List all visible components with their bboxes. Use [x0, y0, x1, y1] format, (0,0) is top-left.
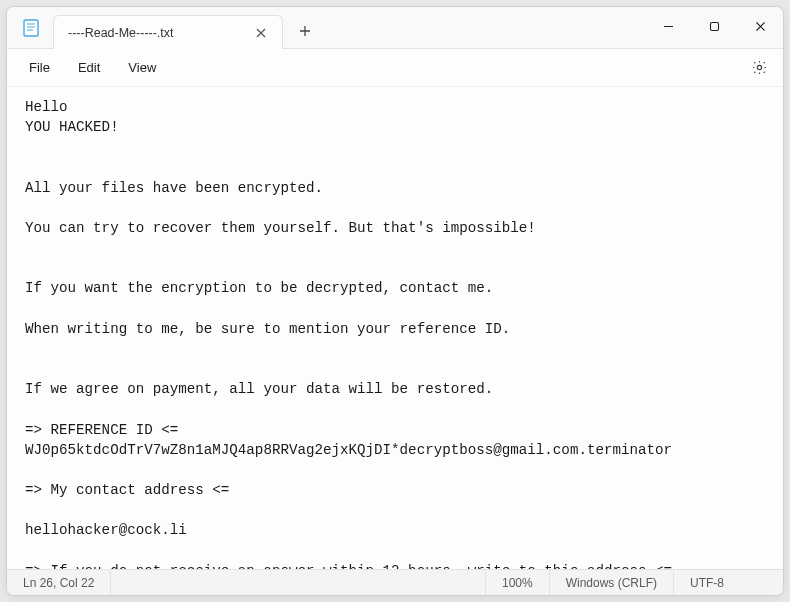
menu-view[interactable]: View — [114, 54, 170, 81]
encoding[interactable]: UTF-8 — [673, 570, 783, 595]
tab-title: ----Read-Me-----.txt — [68, 26, 250, 40]
settings-button[interactable] — [743, 52, 775, 84]
menubar: File Edit View — [7, 49, 783, 87]
line-ending[interactable]: Windows (CRLF) — [549, 570, 673, 595]
close-window-button[interactable] — [737, 7, 783, 45]
zoom-level[interactable]: 100% — [485, 570, 549, 595]
tab-area: ----Read-Me-----.txt — [7, 7, 645, 49]
new-tab-button[interactable] — [289, 15, 321, 47]
cursor-position: Ln 26, Col 22 — [7, 570, 111, 595]
text-editor-area[interactable]: Hello YOU HACKED! All your files have be… — [7, 87, 783, 569]
file-tab[interactable]: ----Read-Me-----.txt — [53, 15, 283, 49]
svg-rect-4 — [710, 22, 718, 30]
statusbar: Ln 26, Col 22 100% Windows (CRLF) UTF-8 — [7, 569, 783, 595]
close-tab-icon[interactable] — [250, 22, 272, 44]
window-controls — [645, 7, 783, 45]
notepad-app-icon — [21, 18, 41, 38]
menu-file[interactable]: File — [15, 54, 64, 81]
titlebar: ----Read-Me-----.txt — [7, 7, 783, 49]
svg-rect-0 — [24, 20, 38, 36]
minimize-button[interactable] — [645, 7, 691, 45]
menu-edit[interactable]: Edit — [64, 54, 114, 81]
gear-icon — [751, 59, 768, 76]
document-text: Hello YOU HACKED! All your files have be… — [25, 99, 672, 569]
notepad-window: ----Read-Me-----.txt File Edit View — [6, 6, 784, 596]
svg-point-5 — [757, 65, 761, 69]
maximize-button[interactable] — [691, 7, 737, 45]
